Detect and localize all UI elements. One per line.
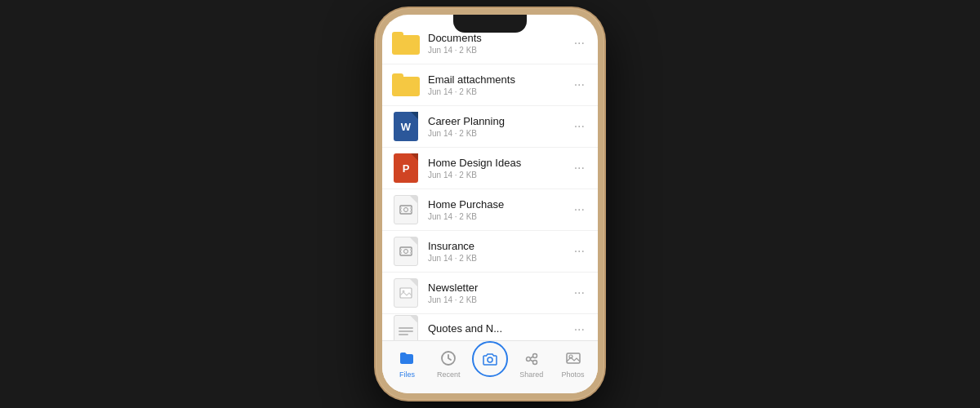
svg-point-15 (488, 357, 492, 362)
svg-rect-10 (410, 252, 412, 254)
svg-line-19 (530, 357, 533, 358)
tab-files[interactable]: Files (386, 348, 428, 379)
svg-rect-12 (400, 288, 412, 298)
tab-bar: Files Recent (382, 340, 598, 393)
tab-recent[interactable]: Recent (428, 348, 470, 379)
file-name: Insurance (428, 240, 571, 254)
list-item[interactable]: Email attachments Jun 14 · 2 KB ··· (382, 64, 598, 106)
file-info: Documents Jun 14 · 2 KB (428, 32, 571, 55)
more-options-button[interactable]: ··· (571, 119, 588, 134)
tab-photos-label: Photos (562, 370, 585, 379)
tab-recent-label: Recent (437, 370, 461, 379)
clock-icon (439, 348, 458, 368)
svg-point-18 (532, 360, 537, 364)
generic-file-icon (392, 316, 420, 341)
svg-line-20 (530, 360, 533, 361)
word-icon (392, 113, 420, 140)
file-info: Newsletter Jun 14 · 2 KB (428, 282, 571, 305)
more-options-button[interactable]: ··· (571, 244, 588, 259)
file-list: Documents Jun 14 · 2 KB ··· Email attach… (382, 15, 598, 340)
file-info: Quotes and N... (428, 322, 571, 336)
tab-shared-label: Shared (519, 370, 543, 379)
list-item[interactable]: Insurance Jun 14 · 2 KB ··· (382, 231, 598, 273)
file-meta: Jun 14 · 2 KB (428, 171, 571, 180)
svg-rect-2 (400, 211, 402, 212)
tab-shared[interactable]: Shared (510, 348, 552, 379)
more-options-button[interactable]: ··· (571, 322, 588, 337)
generic-file-icon (392, 237, 420, 265)
list-item[interactable]: Career Planning Jun 14 · 2 KB ··· (382, 106, 598, 148)
more-options-button[interactable]: ··· (571, 36, 588, 51)
ppt-icon (392, 154, 420, 182)
notch (453, 15, 527, 33)
list-item[interactable]: Home Purchase Jun 14 · 2 KB ··· (382, 189, 598, 231)
file-info: Email attachments Jun 14 · 2 KB (428, 73, 571, 97)
file-info: Insurance Jun 14 · 2 KB (428, 240, 571, 264)
svg-point-5 (404, 208, 408, 212)
svg-rect-3 (410, 207, 412, 209)
file-name: Home Design Ideas (428, 157, 571, 171)
list-item[interactable]: Quotes and N... ··· (382, 314, 598, 340)
shared-icon (522, 348, 541, 368)
file-meta: Jun 14 · 2 KB (428, 295, 571, 304)
file-name: Newsletter (428, 282, 571, 295)
file-meta: Jun 14 · 2 KB (428, 212, 571, 221)
svg-rect-21 (567, 353, 580, 363)
folder-icon (392, 71, 420, 99)
file-info: Career Planning Jun 14 · 2 KB (428, 115, 571, 139)
svg-point-11 (404, 250, 408, 254)
folder-icon (392, 29, 420, 57)
file-name: Career Planning (428, 115, 571, 129)
more-options-button[interactable]: ··· (571, 161, 588, 175)
more-options-button[interactable]: ··· (571, 286, 588, 300)
tab-camera[interactable] (470, 349, 511, 377)
file-name: Quotes and N... (428, 322, 571, 336)
generic-file-icon (392, 196, 420, 224)
image-file-icon (392, 279, 420, 307)
svg-rect-9 (410, 249, 412, 251)
svg-rect-0 (400, 206, 412, 214)
svg-rect-1 (400, 207, 402, 209)
svg-rect-7 (400, 249, 402, 251)
file-name: Home Purchase (428, 198, 571, 212)
svg-point-16 (526, 357, 530, 361)
list-item[interactable]: Newsletter Jun 14 · 2 KB ··· (382, 273, 598, 314)
more-options-button[interactable]: ··· (571, 202, 588, 217)
svg-rect-6 (400, 247, 412, 255)
svg-rect-8 (400, 252, 402, 254)
file-meta: Jun 14 · 2 KB (428, 129, 571, 138)
list-item[interactable]: Home Design Ideas Jun 14 · 2 KB ··· (382, 148, 598, 189)
file-name: Email attachments (428, 73, 571, 87)
file-info: Home Purchase Jun 14 · 2 KB (428, 198, 571, 222)
tab-files-label: Files (399, 370, 415, 379)
file-name: Documents (428, 32, 571, 46)
file-meta: Jun 14 · 2 KB (428, 87, 571, 96)
file-info: Home Design Ideas Jun 14 · 2 KB (428, 157, 571, 180)
files-icon (397, 348, 416, 368)
file-meta: Jun 14 · 2 KB (428, 46, 571, 55)
more-options-button[interactable]: ··· (571, 78, 588, 92)
tab-photos[interactable]: Photos (552, 348, 594, 379)
photos-icon (564, 348, 583, 368)
phone-screen: Documents Jun 14 · 2 KB ··· Email attach… (382, 15, 598, 393)
camera-button[interactable] (472, 341, 508, 377)
phone-frame: Documents Jun 14 · 2 KB ··· Email attach… (376, 8, 604, 400)
file-meta: Jun 14 · 2 KB (428, 254, 571, 263)
svg-rect-4 (410, 211, 412, 212)
svg-point-17 (532, 353, 537, 357)
